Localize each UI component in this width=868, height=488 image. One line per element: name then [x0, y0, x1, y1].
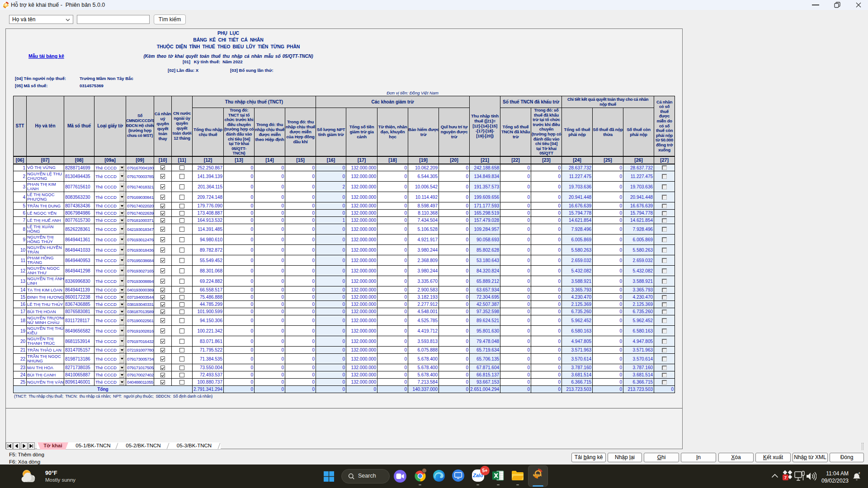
svg-text:HTKK: HTKK: [3, 5, 9, 7]
svg-text:z: z: [859, 471, 860, 474]
